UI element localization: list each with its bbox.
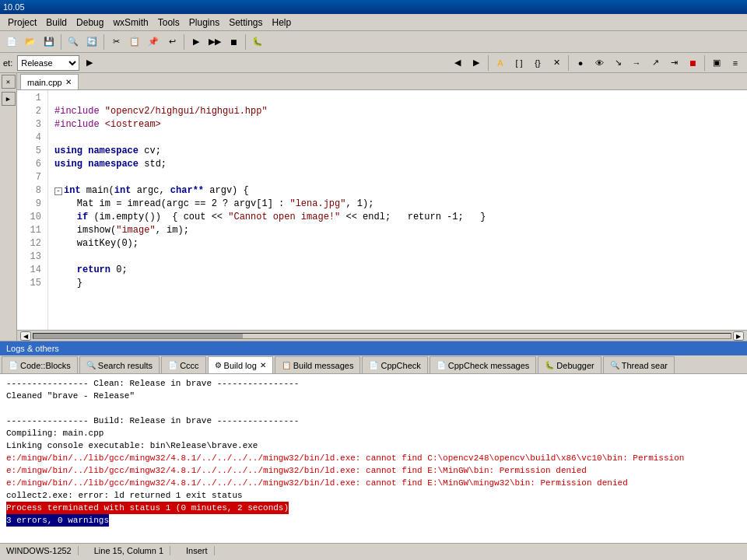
toolbar-row-2: et: Release Debug ▶ ◀ ▶ A [ ] {} ✕ ● 👁 ↘… bbox=[0, 53, 747, 73]
ln-8: 8 bbox=[17, 184, 41, 198]
watch-btn[interactable]: 👁 bbox=[591, 54, 608, 72]
scroll-right-btn[interactable]: ▶ bbox=[733, 331, 744, 341]
status-bar: WINDOWS-1252 Line 15, Column 1 Insert bbox=[0, 543, 747, 557]
main-area: ✕ ▶ main.cpp ✕ 1 2 3 4 5 6 7 8 9 10 bbox=[0, 73, 747, 341]
build-config-apply-btn[interactable]: ▶ bbox=[81, 54, 98, 72]
ln-5: 5 bbox=[17, 145, 41, 158]
tab-buildmsg-label: Build messages bbox=[293, 361, 354, 370]
scrollbar-thumb[interactable] bbox=[33, 334, 243, 338]
run-btn[interactable]: ▶▶ bbox=[206, 33, 223, 51]
tab-build-log[interactable]: ⚙ Build log ✕ bbox=[208, 356, 273, 373]
tab-codeblocks-label: Code::Blocks bbox=[20, 361, 71, 370]
scroll-left-btn[interactable]: ◀ bbox=[20, 331, 31, 341]
save-btn[interactable]: 💾 bbox=[40, 33, 58, 51]
log-line-9: e:/mingw/bin/../lib/gcc/mingw32/4.8.1/..… bbox=[6, 477, 741, 489]
menu-build[interactable]: Build bbox=[41, 16, 72, 30]
nav-fwd-btn[interactable]: ▶ bbox=[468, 54, 485, 72]
menu-project[interactable]: Project bbox=[3, 16, 41, 30]
tab-thread-icon: 🔍 bbox=[610, 361, 619, 369]
paste-btn[interactable]: 📌 bbox=[145, 33, 162, 51]
step-out-btn[interactable]: ↗ bbox=[647, 54, 664, 72]
replace-btn[interactable]: 🔄 bbox=[83, 33, 100, 51]
build-config-select[interactable]: Release Debug bbox=[17, 55, 79, 71]
tab-search-results[interactable]: 🔍 Search results bbox=[79, 356, 160, 373]
run-to-btn[interactable]: ⇥ bbox=[665, 54, 682, 72]
log-line-6: Linking console executable: bin\Release\… bbox=[6, 439, 741, 452]
tab-search-icon: 🔍 bbox=[86, 361, 96, 369]
win-btn[interactable]: ▣ bbox=[708, 54, 725, 72]
bkpt-btn[interactable]: ● bbox=[572, 54, 589, 72]
fold-btn-1[interactable]: {} bbox=[529, 54, 546, 72]
step-over-btn[interactable]: → bbox=[628, 54, 645, 72]
step-in-btn[interactable]: ↘ bbox=[609, 54, 626, 72]
menu-debug[interactable]: Debug bbox=[72, 16, 108, 30]
code-content[interactable]: #include "opencv2/highgui/highgui.hpp" #… bbox=[48, 90, 747, 330]
stop-debug-btn[interactable]: ⏹ bbox=[684, 54, 701, 72]
ln-14: 14 bbox=[17, 264, 41, 277]
ln-9: 9 bbox=[17, 198, 41, 211]
log-line-5: Compiling: main.cpp bbox=[6, 427, 741, 439]
ln-11: 11 bbox=[17, 224, 41, 237]
ln-15: 15 bbox=[17, 277, 41, 290]
nav-back-btn[interactable]: ◀ bbox=[449, 54, 466, 72]
tab-thread-search[interactable]: 🔍 Thread sear bbox=[603, 356, 675, 373]
left-panel: ✕ ▶ bbox=[0, 73, 17, 341]
sep5 bbox=[488, 55, 489, 71]
stop-btn[interactable]: ⏹ bbox=[225, 33, 242, 51]
tab-debugger-label: Debugger bbox=[556, 361, 594, 370]
tab-cccc[interactable]: 📄 Cccc bbox=[161, 356, 205, 373]
build-btn[interactable]: ▶ bbox=[188, 33, 205, 51]
scrollbar-horizontal[interactable]: ◀ ▶ bbox=[17, 330, 747, 341]
tab-cppcheck-msg-icon: 📄 bbox=[437, 361, 446, 369]
log-line-11: Process terminated with status 1 (0 minu… bbox=[6, 502, 741, 514]
menu-plugins[interactable]: Plugins bbox=[184, 16, 224, 30]
menu-help[interactable]: Help bbox=[268, 16, 296, 30]
tab-cppcheck-msg-label: CppCheck messages bbox=[448, 361, 530, 370]
bottom-panel-title: Logs & others bbox=[6, 344, 59, 353]
ln-12: 12 bbox=[17, 237, 41, 250]
left-toggle-btn[interactable]: ▶ bbox=[2, 92, 16, 106]
search-btn[interactable]: 🔍 bbox=[65, 33, 82, 51]
editor-container: main.cpp ✕ 1 2 3 4 5 6 7 8 9 10 11 12 13… bbox=[17, 73, 747, 341]
editor-tab-close[interactable]: ✕ bbox=[65, 78, 72, 86]
menu-settings[interactable]: Settings bbox=[224, 16, 267, 30]
sep6 bbox=[568, 55, 569, 71]
tab-buildlog-close[interactable]: ✕ bbox=[260, 361, 266, 369]
menu-wxsmith[interactable]: wxSmith bbox=[108, 16, 153, 30]
log-output: ---------------- Clean: Release in brave… bbox=[0, 374, 747, 543]
open-file-btn[interactable]: 📂 bbox=[22, 33, 39, 51]
log-line-3 bbox=[6, 402, 741, 415]
tab-cppcheck[interactable]: 📄 CppCheck bbox=[362, 356, 427, 373]
copy-btn[interactable]: 📋 bbox=[126, 33, 143, 51]
tab-cccc-label: Cccc bbox=[180, 361, 198, 370]
code-area: 1 2 3 4 5 6 7 8 9 10 11 12 13 14 15 #inc… bbox=[17, 90, 747, 330]
title-text: 10.05 bbox=[3, 2, 25, 12]
close-btn[interactable]: ✕ bbox=[548, 54, 565, 72]
ln-1: 1 bbox=[17, 92, 41, 105]
cut-btn[interactable]: ✂ bbox=[107, 33, 124, 51]
log-line-1: ---------------- Clean: Release in brave… bbox=[6, 377, 741, 390]
tab-cppcheck-label: CppCheck bbox=[381, 361, 420, 370]
tab-build-messages[interactable]: 📋 Build messages bbox=[275, 356, 361, 373]
new-file-btn[interactable]: 📄 bbox=[3, 33, 20, 51]
menu-tools[interactable]: Tools bbox=[153, 16, 184, 30]
highlight-btn[interactable]: A bbox=[492, 54, 509, 72]
menu-bar: Project Build Debug wxSmith Tools Plugin… bbox=[0, 14, 747, 31]
undo-btn[interactable]: ↩ bbox=[163, 33, 181, 51]
tab-buildlog-label: Build log bbox=[224, 361, 257, 370]
match-btn[interactable]: [ ] bbox=[510, 54, 528, 72]
ln-2: 2 bbox=[17, 105, 41, 118]
tab-debugger[interactable]: 🐛 Debugger bbox=[538, 356, 601, 373]
tab-codeblocks[interactable]: 📄 Code::Blocks bbox=[2, 356, 78, 373]
left-close-btn[interactable]: ✕ bbox=[2, 75, 16, 89]
tab-cppcheck-messages[interactable]: 📄 CppCheck messages bbox=[430, 356, 537, 373]
debug-btn[interactable]: 🐛 bbox=[249, 33, 266, 51]
scrollbar-track[interactable] bbox=[33, 333, 731, 339]
status-position: Line 15, Column 1 bbox=[94, 546, 170, 555]
misc-btn[interactable]: ≡ bbox=[727, 54, 744, 72]
title-bar: 10.05 bbox=[0, 0, 747, 14]
editor-tab-main[interactable]: main.cpp ✕ bbox=[20, 74, 79, 89]
tab-codeblocks-icon: 📄 bbox=[9, 361, 18, 369]
log-highlight-terminated: Process terminated with status 1 (0 minu… bbox=[6, 502, 289, 514]
log-line-7: e:/mingw/bin/../lib/gcc/mingw32/4.8.1/..… bbox=[6, 452, 741, 464]
